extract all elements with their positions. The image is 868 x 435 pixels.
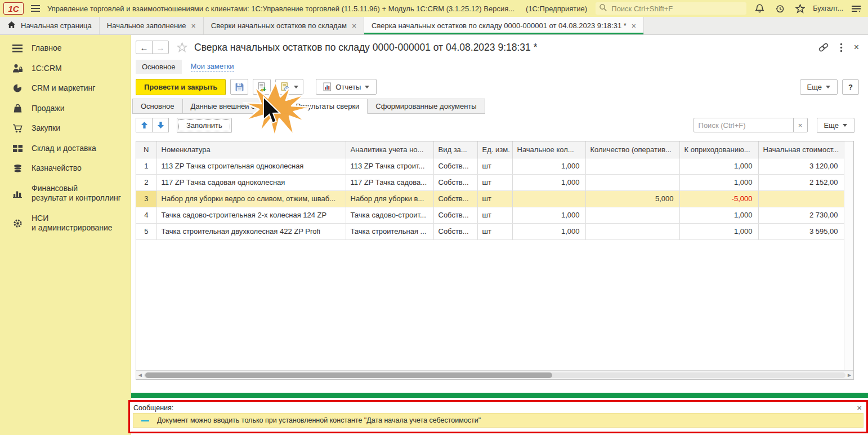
col-to-receipt[interactable]: К оприходованию... [679,141,758,158]
sidebar-item-main[interactable]: Главное [0,38,131,59]
cell-initial-cost: 2 152,00 [758,174,844,190]
cell-unit: шт [477,158,512,174]
scrollbar-track[interactable] [144,372,845,378]
global-search[interactable] [596,2,746,15]
tab-main[interactable]: Основное [132,99,183,114]
table-row-highlighted[interactable]: 3 Набор для уборки ведро со сливом, отжи… [136,190,844,207]
cell-n: 3 [136,190,156,207]
scroll-left-icon[interactable]: ◄ [137,372,143,378]
more-button[interactable]: Еще [800,79,838,95]
sidebar-item-purchases[interactable]: Закупки [0,118,131,139]
close-icon[interactable]: × [854,42,859,52]
grid-icon [12,144,23,153]
col-operative-qty[interactable]: Количество (оператив... [585,141,679,158]
table-row[interactable]: 5 Тачка строительная двухколесная 422 ZP… [136,223,844,239]
cell-analytics: 117 ZP Тачка садова... [346,174,433,190]
person-lock-icon [12,64,23,73]
sidebar-label: Главное [32,43,62,52]
cell-kind: Собств... [433,207,477,223]
table-search: × [693,118,808,132]
sidebar-label: и администрирование [32,223,113,232]
sidebar-item-warehouse[interactable]: Склад и доставка [0,139,131,159]
notifications-bell-icon[interactable] [752,2,767,15]
post-and-close-button[interactable]: Провести и закрыть [136,79,226,95]
col-nomenclature[interactable]: Номенклатура [156,141,346,158]
tab-close-icon[interactable]: × [191,22,196,30]
cell-kind: Собств... [433,223,477,239]
col-unit[interactable]: Ед. изм. [477,141,512,158]
sidebar-item-financial-result[interactable]: Финансовый результат и контроллинг [0,179,131,208]
vertical-scrollbar[interactable] [844,141,853,370]
tab-home[interactable]: Начальная страница [0,17,100,34]
cell-nomenclature: 117 ZP Тачка садовая одноколесная [156,174,346,190]
current-user[interactable]: Бухгалт... [813,5,843,12]
sidebar-label: результат и контроллинг [32,193,121,202]
col-kind[interactable]: Вид за... [433,141,477,158]
reports-button[interactable]: Отчеты [316,79,377,95]
global-search-input[interactable] [610,4,743,14]
nav-link-my-notes[interactable]: Мои заметки [191,62,234,72]
sidebar-item-1c-crm[interactable]: 1С:CRM [0,59,131,79]
help-button[interactable]: ? [842,79,859,95]
main-menu-icon[interactable] [29,3,42,14]
clear-search-icon[interactable]: × [793,118,808,132]
dropdown-caret-icon [365,86,369,88]
history-icon[interactable] [772,2,787,15]
tab-reconciliation-document[interactable]: Сверка начальных остатков по складу 0000… [364,17,644,34]
messages-close-icon[interactable]: × [857,403,862,412]
tab-reconciliations-list[interactable]: Сверки начальных остатков по складам × [204,17,364,34]
sidebar-item-sales[interactable]: Продажи [0,99,131,119]
tab-label: Начальное заполнение [107,21,186,30]
horizontal-scrollbar[interactable]: ◄ ► [136,370,853,379]
favorites-star-icon[interactable] [793,2,807,15]
fill-button[interactable]: Заполнить [177,118,232,133]
cell-initial-qty [512,190,585,207]
app-title: Управление торговлей и взаимоотношениями… [47,5,514,13]
cell-to-receipt: 1,000 [679,174,758,190]
table-row[interactable]: 1 113 ZP Тачка строительная одноколесная… [136,158,844,174]
cell-to-receipt: 1,000 [679,158,758,174]
table-header-row[interactable]: N Номенклатура Аналитика учета но... Вид… [136,141,844,158]
kebab-menu-icon[interactable] [840,43,843,52]
create-based-on-button[interactable] [275,79,303,95]
scroll-right-icon[interactable]: ► [847,372,852,378]
move-down-button[interactable] [152,118,169,132]
forward-button[interactable]: → [152,41,169,54]
sidebar-item-nsi-administration[interactable]: НСИ и администрирование [0,208,131,238]
table-more-button[interactable]: Еще [817,118,854,133]
cell-initial-qty: 1,000 [512,158,585,174]
col-initial-cost[interactable]: Начальная стоимост... [758,141,844,158]
cell-unit: шт [477,190,512,207]
tab-generated-documents[interactable]: Сформированные документы [367,99,485,114]
table-search-input[interactable] [693,118,794,132]
tab-external-system-data[interactable]: Данные внешней си... [182,99,288,114]
cell-initial-qty: 1,000 [512,223,585,239]
post-document-button[interactable] [253,79,271,95]
cart-icon [12,124,23,133]
bar-chart-icon [12,189,23,198]
table-row[interactable]: 2 117 ZP Тачка садовая одноколесная 117 … [136,174,844,190]
user-menu-icon[interactable] [849,2,863,15]
favorite-star-icon[interactable] [177,42,187,52]
col-initial-qty[interactable]: Начальное кол... [512,141,585,158]
table-row[interactable]: 4 Тачка садово-строительная 2-х колесная… [136,207,844,223]
tab-close-icon[interactable]: × [632,22,636,30]
tab-initial-filling[interactable]: Начальное заполнение × [100,17,204,34]
tab-reconciliation-results[interactable]: Результаты сверки [288,99,368,114]
messages-title: Сообщения: [133,404,173,412]
col-analytics[interactable]: Аналитика учета но... [346,141,433,158]
back-button[interactable]: ← [136,41,153,54]
sidebar-item-crm-marketing[interactable]: CRM и маркетинг [0,78,131,99]
move-up-button[interactable] [136,118,153,132]
message-item[interactable]: Документ можно вводить только при устано… [133,413,863,428]
cell-unit: шт [477,207,512,223]
sidebar-label: НСИ [32,214,48,223]
col-n[interactable]: N [136,141,156,158]
cell-nomenclature: Тачка строительная двухколесная 422 ZP P… [156,223,346,239]
scrollbar-thumb[interactable] [145,372,552,378]
nav-link-main[interactable]: Основное [136,60,182,74]
link-icon[interactable] [818,43,829,52]
tab-close-icon[interactable]: × [352,22,356,30]
save-button[interactable] [230,79,248,95]
sidebar-item-treasury[interactable]: Казначейство [0,158,131,179]
